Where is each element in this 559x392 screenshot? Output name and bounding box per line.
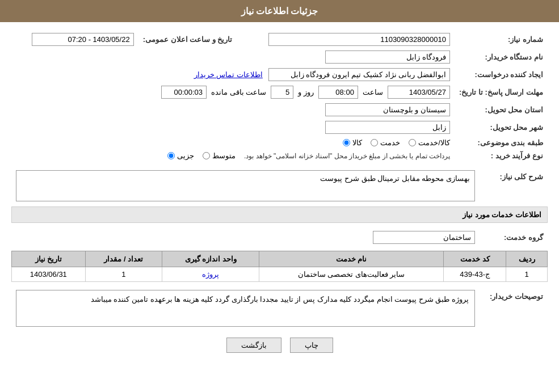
city-label: شهر محل تحویل: [455, 119, 548, 136]
city-value: زابل [325, 121, 450, 134]
remaining-value: 00:00:03 [161, 86, 207, 99]
page-header: جزئیات اطلاعات نیاز [0, 0, 559, 22]
col-header-code: کد خدمت [444, 251, 506, 267]
remaining-label: ساعت باقی مانده [211, 88, 266, 96]
services-table: ردیف کد خدمت نام خدمت واحد اندازه گیری ت… [11, 251, 548, 282]
table-row: 1 ج-43-439 سایر فعالیت‌های تخصصی ساختمان… [12, 267, 548, 282]
category-kala-khidmat[interactable]: کالا/خدمت [409, 138, 450, 147]
service-group-value: ساختمان [373, 231, 475, 244]
send-time-value: 08:00 [318, 86, 358, 99]
cell-unit: پروژه [162, 267, 259, 282]
purchase-type-label: نوع فرآیند خرید : [455, 149, 548, 162]
purchase-medium[interactable]: متوسط [203, 151, 236, 160]
purchase-note: پرداخت تمام یا بخشی از مبلغ خریداز محل "… [244, 152, 450, 160]
description-label: شرح کلی نیاز: [480, 168, 548, 204]
province-value: سیستان و بلوچستان [325, 103, 450, 116]
col-header-name: نام خدمت [259, 251, 444, 267]
device-name-value: فرودگاه زابل [325, 50, 450, 64]
send-time-label: ساعت [363, 88, 383, 96]
category-khidmat[interactable]: خدمت [371, 138, 400, 147]
send-date-label: مهلت ارسال پاسخ: تا تاریخ: [455, 83, 548, 101]
col-header-unit: واحد اندازه گیری [162, 251, 259, 267]
category-label: طبقه بندی موضوعی: [455, 136, 548, 149]
cell-name: سایر فعالیت‌های تخصصی ساختمان [259, 267, 444, 282]
buyer-notes-label: توصیحات خریدار: [480, 288, 548, 329]
cell-qty: 1 [85, 267, 162, 282]
category-kala[interactable]: کالا [343, 138, 362, 147]
buttons-row: چاپ بازگشت [11, 338, 548, 353]
print-button[interactable]: چاپ [290, 338, 333, 353]
cell-code: ج-43-439 [444, 267, 506, 282]
back-button[interactable]: بازگشت [226, 338, 281, 353]
description-value: بهسازی محوطه مقابل ترمینال طبق شرح پیوست [16, 170, 475, 201]
buyer-notes-value: پروژه طبق شرح پیوست انجام میگردد کلیه مد… [16, 290, 475, 327]
col-header-date: تاریخ نیاز [12, 251, 86, 267]
services-section-title: اطلاعات خدمات مورد نیاز [11, 206, 548, 223]
service-group-label: گروه خدمت: [480, 229, 548, 246]
send-date-value: 1403/05/27 [388, 86, 450, 99]
need-number-value: 1103090328000010 [268, 33, 450, 46]
province-label: استان محل تحویل: [455, 101, 548, 119]
need-number-label: شماره نیاز: [455, 31, 548, 48]
purchase-partial[interactable]: جزیی [167, 151, 194, 160]
col-header-qty: تعداد / مقدار [85, 251, 162, 267]
announce-label: تاریخ و ساعت اعلان عمومی: [138, 31, 237, 48]
cell-row: 1 [506, 267, 548, 282]
announce-value: 1403/05/22 - 07:20 [32, 33, 134, 46]
device-name-label: نام دستگاه خریدار: [455, 48, 548, 66]
creator-label: ایجاد کننده درخواست: [455, 66, 548, 83]
page-title: جزئیات اطلاعات نیاز [241, 6, 318, 16]
cell-date: 1403/06/31 [12, 267, 86, 282]
send-day-label: روز و [298, 88, 314, 96]
creator-value: ابوالفضل ربانی نژاد کشیک تیم ایرون فرودگ… [268, 68, 450, 81]
col-header-row: ردیف [506, 251, 548, 267]
contact-link[interactable]: اطلاعات تماس خریدار [194, 70, 263, 79]
send-day-value: 5 [271, 86, 293, 99]
